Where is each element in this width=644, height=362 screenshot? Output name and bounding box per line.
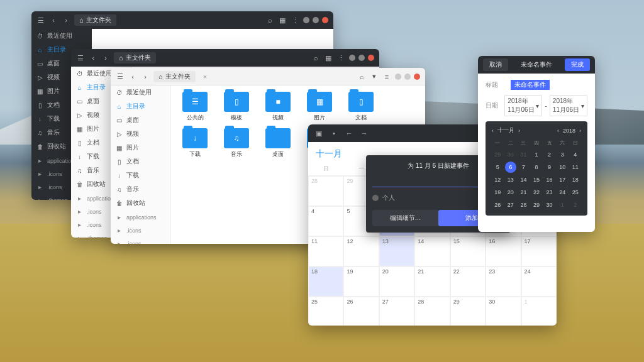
calendar-cell[interactable]: 11 <box>308 236 343 266</box>
dp-day[interactable]: 19 <box>492 187 504 198</box>
back-icon[interactable]: ‹ <box>89 53 97 62</box>
dp-day[interactable]: 5 <box>492 162 504 173</box>
folder-item[interactable]: ♫音乐 <box>220 128 253 158</box>
view-icon[interactable]: ▦ <box>278 16 287 25</box>
dp-day[interactable]: 21 <box>518 187 530 198</box>
back-icon[interactable]: ‹ <box>49 16 58 25</box>
calendar-cell[interactable]: 29 <box>450 297 486 326</box>
dp-day[interactable]: 27 <box>505 199 517 211</box>
view-icon[interactable]: ▦ <box>324 53 333 62</box>
folder-item[interactable]: ▦图片 <box>303 92 336 122</box>
sidebar-item-2[interactable]: ▭桌面 <box>111 113 170 127</box>
calendar-cell[interactable]: 18 <box>308 266 343 297</box>
sidebar-item-0[interactable]: ⏱最近使用 <box>111 85 170 99</box>
calendar-cell[interactable]: 27 <box>379 297 414 326</box>
edit-details-button[interactable]: 编辑细节… <box>372 210 438 226</box>
menu-icon[interactable]: ☰ <box>76 53 85 62</box>
dp-day[interactable]: 16 <box>543 174 555 185</box>
menu-dots-icon[interactable]: ⋮ <box>291 16 299 25</box>
folder-item[interactable]: ☰公共的 <box>179 92 211 122</box>
dp-day[interactable]: 30 <box>505 149 517 160</box>
search-icon[interactable]: ⌕ <box>265 16 274 25</box>
titlebar[interactable]: ☰ ‹ › 主文件夹 ⌕ ▦ ⋮ <box>31 11 333 29</box>
end-date-field[interactable]: 2018年11月06日▾ <box>550 95 587 116</box>
calendar-cell[interactable]: 30 <box>486 297 521 326</box>
maximize-button[interactable] <box>358 55 365 61</box>
dp-day[interactable]: 14 <box>518 174 530 185</box>
close-button[interactable] <box>368 55 374 61</box>
minimize-button[interactable] <box>395 74 401 80</box>
sidebar-item-9[interactable]: ▸applications <box>111 210 170 223</box>
start-date-field[interactable]: 2018年11月06日▾ <box>504 95 542 116</box>
done-button[interactable]: 完成 <box>565 58 590 71</box>
calendar-cell[interactable]: 28 <box>414 297 450 326</box>
maximize-button[interactable] <box>313 17 319 23</box>
dp-day[interactable]: 17 <box>557 174 569 185</box>
dp-day[interactable]: 31 <box>518 149 530 160</box>
sidebar-item-6[interactable]: ↓下载 <box>111 168 170 182</box>
calendar-cell[interactable]: 1 <box>521 297 557 326</box>
dp-day[interactable]: 29 <box>492 149 504 160</box>
dp-day[interactable]: 11 <box>569 162 581 173</box>
path-home[interactable]: 主文件夹 <box>74 14 116 26</box>
close-button[interactable] <box>322 17 328 23</box>
calendar-cell[interactable]: 25 <box>308 297 343 326</box>
dp-day[interactable]: 9 <box>543 162 555 173</box>
category-color-icon[interactable] <box>372 195 379 201</box>
dp-day[interactable]: 25 <box>569 187 581 198</box>
forward-icon[interactable]: › <box>62 16 70 25</box>
path-home[interactable]: 主文件夹 <box>114 52 156 63</box>
calendar-cell[interactable]: 22 <box>450 266 486 297</box>
calendar-cell[interactable]: 14 <box>414 236 450 266</box>
dp-day[interactable]: 4 <box>569 149 581 160</box>
dp-day[interactable]: 12 <box>492 174 504 185</box>
menu-dots-icon[interactable]: ≡ <box>382 72 391 81</box>
dp-next-month-icon[interactable]: › <box>518 128 520 134</box>
back-icon[interactable]: ‹ <box>128 72 137 81</box>
menu-icon[interactable]: ☰ <box>116 72 125 81</box>
calendar-cell[interactable]: 20 <box>379 266 414 297</box>
calendar-cell[interactable]: 15 <box>450 236 486 266</box>
cancel-button[interactable]: 取消 <box>483 58 508 71</box>
calendar-cell[interactable]: 26 <box>343 297 379 326</box>
calendar-cell[interactable]: 17 <box>521 236 557 266</box>
menu-icon[interactable]: ☰ <box>36 16 45 25</box>
dp-day[interactable]: 24 <box>557 187 569 198</box>
dp-day[interactable]: 7 <box>518 162 530 173</box>
forward-icon[interactable]: › <box>101 53 110 62</box>
dp-day[interactable]: 28 <box>518 199 530 211</box>
path-home[interactable]: 主文件夹 <box>153 71 196 82</box>
folder-item[interactable]: 桌面 <box>262 128 294 158</box>
folder-item[interactable]: ▯模板 <box>220 92 253 122</box>
dp-day[interactable]: 30 <box>543 199 555 211</box>
menu-dots-icon[interactable]: ⋮ <box>336 53 345 62</box>
calendar-cell[interactable]: 23 <box>486 266 521 297</box>
close-button[interactable] <box>414 74 420 80</box>
event-title-field[interactable]: 未命名事件 <box>511 80 550 90</box>
dp-day[interactable]: 20 <box>505 187 517 198</box>
sidebar-item-11[interactable]: ▸.icons <box>111 236 170 244</box>
sidebar-item-10[interactable]: ▸.icons <box>111 223 170 236</box>
sidebar-item-8[interactable]: 🗑回收站 <box>111 196 170 210</box>
dp-day[interactable]: 22 <box>531 187 543 198</box>
dp-day[interactable]: 1 <box>557 199 569 211</box>
titlebar[interactable]: ☰ ‹ › 主文件夹 × ⌕ ▾ ≡ <box>111 68 425 85</box>
dp-day[interactable]: 18 <box>569 174 581 185</box>
view-icon[interactable]: ▾ <box>370 72 379 81</box>
calendar-cell[interactable]: 28 <box>308 176 343 206</box>
prev-icon[interactable]: ← <box>345 129 353 138</box>
dp-day[interactable]: 1 <box>531 149 543 160</box>
titlebar[interactable]: ☰ ‹ › 主文件夹 ⌕ ▦ ⋮ <box>71 49 379 67</box>
dp-day[interactable]: 10 <box>557 162 569 173</box>
dp-day[interactable]: 13 <box>505 174 517 185</box>
dp-day[interactable]: 15 <box>531 174 543 185</box>
calendar-cell[interactable]: 13 <box>379 236 414 266</box>
tab-close-icon[interactable]: × <box>203 73 207 80</box>
dp-day[interactable]: 2 <box>569 199 581 211</box>
dp-day[interactable]: 23 <box>543 187 555 198</box>
today-icon[interactable]: • <box>330 129 338 138</box>
sidebar-item-5[interactable]: ▯文档 <box>111 155 170 168</box>
calendar-app-icon[interactable]: ▣ <box>314 129 323 138</box>
folder-item[interactable]: ▯文档 <box>345 92 377 122</box>
sidebar-item-0[interactable]: ⏱最近使用 <box>31 29 92 43</box>
